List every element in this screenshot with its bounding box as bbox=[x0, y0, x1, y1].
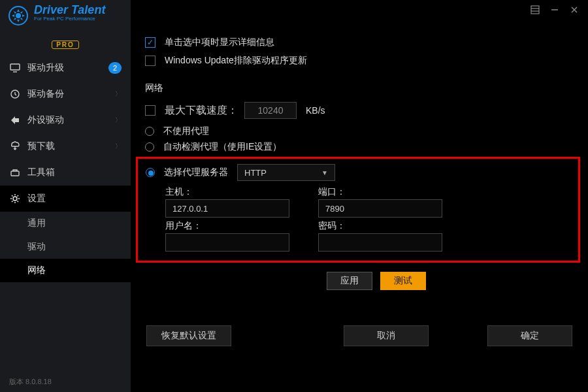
user-label: 用户名： bbox=[165, 220, 302, 232]
app-title: Driver Talent bbox=[34, 4, 105, 16]
sidebar-item-backup[interactable]: 驱动备份 〉 bbox=[0, 81, 131, 107]
app-tagline: For Peak PC Performance bbox=[34, 16, 105, 22]
checkbox-show-details[interactable]: ✓ bbox=[145, 37, 155, 48]
radio-label: 自动检测代理（使用IE设置） bbox=[163, 141, 282, 153]
radio-no-proxy[interactable] bbox=[145, 127, 154, 136]
settings-icon bbox=[9, 193, 21, 204]
apply-button[interactable]: 应用 bbox=[327, 272, 372, 290]
pass-input[interactable] bbox=[318, 233, 442, 252]
chevron-right-icon: 〉 bbox=[115, 90, 122, 99]
pass-label: 密码： bbox=[318, 220, 455, 232]
proxy-highlight-box: 选择代理服务器 HTTP ▼ 主机： 端口： 用户名： 密码： bbox=[136, 157, 580, 263]
host-label: 主机： bbox=[165, 186, 302, 198]
port-input[interactable] bbox=[318, 199, 442, 218]
radio-label: 不使用代理 bbox=[163, 125, 209, 137]
usb-icon bbox=[9, 114, 21, 126]
radio-select-proxy[interactable] bbox=[146, 168, 155, 177]
sidebar-item-predownload[interactable]: 预下载 〉 bbox=[0, 133, 131, 159]
proxy-type-select[interactable]: HTTP ▼ bbox=[237, 164, 335, 181]
chevron-down-icon: ▼ bbox=[321, 169, 328, 176]
max-speed-label: 最大下载速度： bbox=[165, 104, 238, 118]
close-button[interactable] bbox=[570, 5, 579, 14]
settings-sub-driver[interactable]: 驱动 bbox=[0, 235, 131, 259]
gear-icon bbox=[7, 4, 30, 27]
checkbox-exclude-wu[interactable] bbox=[145, 56, 155, 66]
check-icon: ✓ bbox=[147, 39, 154, 46]
ok-button[interactable]: 确定 bbox=[487, 325, 572, 346]
minimize-button[interactable] bbox=[550, 5, 559, 14]
pro-badge: PRO bbox=[52, 41, 79, 49]
speed-unit: KB/s bbox=[306, 105, 325, 116]
sub-label: 通用 bbox=[27, 218, 46, 229]
monitor-icon bbox=[9, 62, 21, 74]
svg-rect-0 bbox=[531, 6, 539, 14]
radio-auto-proxy[interactable] bbox=[145, 142, 154, 152]
user-input[interactable] bbox=[165, 233, 289, 252]
option-label: Windows Update排除驱动程序更新 bbox=[165, 55, 307, 67]
settings-content: ✓ 单击选中项时显示详细信息 Windows Update排除驱动程序更新 网络… bbox=[131, 0, 588, 392]
radio-label: 选择代理服务器 bbox=[164, 167, 228, 178]
svg-point-7 bbox=[16, 13, 21, 18]
sidebar-item-upgrade[interactable]: 驱动升级 2 bbox=[0, 55, 131, 81]
checkbox-max-speed[interactable] bbox=[145, 105, 155, 116]
svg-rect-8 bbox=[10, 64, 20, 70]
host-input[interactable] bbox=[165, 199, 289, 218]
clock-icon bbox=[9, 88, 21, 100]
sidebar-item-label: 驱动备份 bbox=[27, 88, 64, 100]
max-speed-input[interactable] bbox=[244, 102, 297, 119]
sidebar-item-label: 外设驱动 bbox=[27, 114, 64, 126]
sidebar: Driver Talent For Peak PC Performance PR… bbox=[0, 0, 131, 392]
option-label: 单击选中项时显示详细信息 bbox=[165, 37, 274, 48]
sidebar-item-toolbox[interactable]: 工具箱 bbox=[0, 159, 131, 186]
sub-label: 网络 bbox=[27, 265, 46, 276]
test-button[interactable]: 测试 bbox=[380, 272, 426, 290]
logo: Driver Talent For Peak PC Performance bbox=[0, 0, 131, 39]
settings-sub-network[interactable]: 网络 bbox=[0, 259, 131, 282]
chevron-right-icon: 〉 bbox=[115, 116, 122, 125]
download-icon bbox=[9, 140, 21, 152]
menu-icon[interactable] bbox=[531, 5, 540, 14]
sidebar-item-label: 驱动升级 bbox=[27, 62, 64, 74]
toolbox-icon bbox=[9, 167, 21, 178]
port-label: 端口： bbox=[318, 186, 455, 198]
svg-rect-11 bbox=[11, 171, 19, 176]
proxy-type-value: HTTP bbox=[244, 168, 267, 178]
network-section-title: 网络 bbox=[145, 82, 588, 94]
sidebar-item-peripheral[interactable]: 外设驱动 〉 bbox=[0, 107, 131, 133]
svg-point-12 bbox=[13, 197, 17, 201]
sub-label: 驱动 bbox=[27, 241, 46, 253]
badge-count: 2 bbox=[108, 62, 122, 74]
restore-defaults-button[interactable]: 恢复默认设置 bbox=[146, 325, 231, 346]
sidebar-item-label: 设置 bbox=[27, 193, 46, 204]
sidebar-item-settings[interactable]: 设置 bbox=[0, 186, 131, 212]
sidebar-item-label: 工具箱 bbox=[27, 167, 55, 178]
settings-sub-general[interactable]: 通用 bbox=[0, 212, 131, 235]
version-label: 版本 8.0.8.18 bbox=[9, 377, 52, 387]
cancel-button[interactable]: 取消 bbox=[344, 325, 429, 346]
sidebar-item-label: 预下载 bbox=[27, 140, 55, 152]
chevron-right-icon: 〉 bbox=[115, 142, 122, 151]
